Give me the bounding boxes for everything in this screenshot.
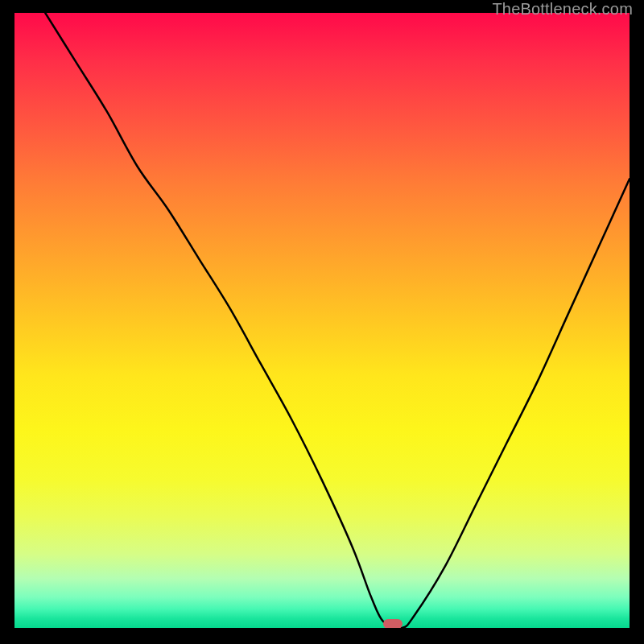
watermark-text: TheBottleneck.com: [492, 0, 633, 19]
chart-container: TheBottleneck.com: [0, 0, 644, 644]
bottleneck-curve: [14, 13, 630, 628]
plot-area: [14, 13, 630, 628]
optimal-marker: [383, 619, 402, 628]
